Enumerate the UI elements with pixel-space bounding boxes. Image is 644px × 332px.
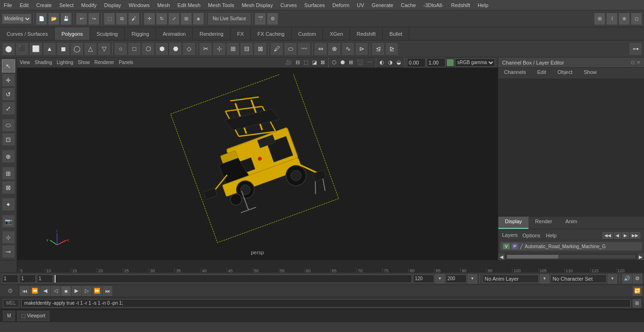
vp-film-gate-btn[interactable]: ⊟	[294, 58, 301, 67]
menu-3dtoall[interactable]: -3DtoAll-	[420, 1, 447, 9]
lasso-tool-btn[interactable]: ⧉	[116, 13, 127, 25]
bottom-btn[interactable]: ⊸	[2, 245, 15, 258]
vp-point-cloud-btn[interactable]: ⋯	[366, 58, 374, 67]
snap-grid-btn[interactable]: ⊞	[594, 13, 605, 25]
tab-curves-surfaces[interactable]: Curves / Surfaces	[0, 27, 55, 40]
layer-playback-btn[interactable]: P	[512, 243, 518, 249]
display-tab-anim[interactable]: Anim	[559, 217, 584, 229]
menu-mesh-tools[interactable]: Mesh Tools	[204, 1, 238, 9]
layer-new-btn[interactable]: ◀◀	[603, 232, 613, 239]
save-scene-btn[interactable]: 💾	[60, 13, 72, 25]
redo-btn[interactable]: ↪	[88, 13, 99, 25]
maya-icon-btn[interactable]: M	[3, 311, 15, 321]
vp-wireframe-on-shade-btn[interactable]: ⊞	[347, 58, 355, 67]
frame-end-input[interactable]	[413, 275, 434, 283]
anim-layer-options-btn[interactable]: ▼	[540, 274, 549, 283]
vp-isolate-btn[interactable]: ◒	[395, 58, 403, 67]
vp-resolution-gate-btn[interactable]: ⬚	[302, 58, 310, 67]
vp-menu-show[interactable]: Show	[78, 60, 90, 65]
channel-tab-edit[interactable]: Edit	[531, 68, 552, 79]
rotate-tool-btn[interactable]: ↻	[156, 13, 167, 25]
select-mode-btn[interactable]: ↖	[2, 59, 15, 73]
snap-mode-btn[interactable]: ⊕	[2, 150, 15, 163]
menu-display[interactable]: Display	[100, 1, 125, 9]
menu-generate[interactable]: Generate	[368, 1, 397, 9]
viewport-task-btn[interactable]: ⬚ Viewport	[17, 311, 50, 321]
vp-menu-renderer[interactable]: Renderer	[94, 60, 114, 65]
menu-mesh-display[interactable]: Mesh Display	[238, 1, 277, 9]
menu-mesh[interactable]: Mesh	[153, 1, 173, 9]
menu-uv[interactable]: UV	[353, 1, 368, 9]
extrude-btn[interactable]: ⬢	[155, 42, 168, 56]
cmd-submit-btn[interactable]: ⊞	[633, 299, 641, 308]
panel-float-btn[interactable]: ⊡	[631, 60, 635, 65]
tab-bullet[interactable]: Bullet	[383, 27, 410, 40]
tab-sculpting[interactable]: Sculpting	[90, 27, 125, 40]
menu-help[interactable]: Help	[474, 1, 492, 9]
cone-btn[interactable]: ▲	[43, 42, 56, 56]
play-reverse-btn[interactable]: ◁	[51, 286, 60, 296]
paint-select-tool-btn[interactable]: 🖊	[270, 42, 283, 56]
scale-mode-btn[interactable]: ⤢	[2, 102, 15, 115]
vp-shadows-btn[interactable]: ◐	[378, 58, 386, 67]
tab-rigging[interactable]: Rigging	[125, 27, 156, 40]
step-fwd-btn[interactable]: ⏩	[92, 286, 102, 296]
frame-start-input[interactable]: 1	[2, 275, 18, 283]
multi-cut-btn[interactable]: ⊹	[213, 42, 226, 56]
snap-curve-btn[interactable]: ⌇	[606, 13, 618, 25]
layer-visibility-btn[interactable]: V	[503, 243, 510, 249]
live-surface-btn[interactable]: No Live Surface	[208, 13, 250, 24]
tab-rendering[interactable]: Rendering	[193, 27, 231, 40]
display-tab-render[interactable]: Render	[528, 217, 559, 229]
new-scene-btn[interactable]: 📄	[36, 13, 47, 25]
pyramid-btn[interactable]: ▽	[98, 42, 111, 56]
audio-btn[interactable]: 🔊	[622, 274, 632, 283]
tab-fx[interactable]: FX	[231, 27, 251, 40]
tab-fx-caching[interactable]: FX Caching	[251, 27, 291, 40]
soft-mod-btn[interactable]: ◈	[193, 13, 204, 25]
vp-field-chart-btn[interactable]: ⊠	[319, 58, 326, 67]
viewport-canvas[interactable]: persp X Y Z	[17, 68, 498, 260]
cylinder-btn[interactable]: ⬜	[29, 42, 42, 56]
crease-tool-btn[interactable]: 〰	[297, 42, 311, 56]
tab-polygons[interactable]: Polygons	[55, 27, 90, 40]
fill-hole-btn[interactable]: ◇	[182, 42, 196, 56]
scale-tool-btn[interactable]: ⤢	[168, 13, 180, 25]
sphere-btn[interactable]: ⬤	[2, 42, 15, 56]
uv-unfold-btn[interactable]: ⊴	[372, 42, 385, 56]
paint-select-btn[interactable]: 🖌	[128, 13, 140, 25]
vp-value2-input[interactable]: 1.00	[427, 58, 446, 67]
vp-bounding-box-btn[interactable]: ⬛	[355, 58, 365, 67]
menu-surfaces[interactable]: Surfaces	[301, 1, 329, 9]
select-tool-btn[interactable]: ⬚	[104, 13, 115, 25]
rotate-mode-btn[interactable]: ↺	[2, 88, 15, 101]
play-btn[interactable]: ▶	[72, 286, 81, 296]
loop-btn[interactable]: 🔁	[633, 286, 642, 296]
frame-current-input[interactable]	[19, 275, 36, 283]
menu-modify[interactable]: Modify	[77, 1, 100, 9]
menu-redshift[interactable]: Redshift	[447, 1, 474, 9]
transform-constraint-btn[interactable]: ⊶	[629, 42, 642, 56]
subdiv-cube-btn[interactable]: □	[128, 42, 141, 56]
cmd-input[interactable]: makeIdentity -apply true -t 1 -r 1 -s 1 …	[21, 299, 631, 308]
soft-select-btn[interactable]: ⬭	[284, 42, 297, 56]
menu-curves[interactable]: Curves	[277, 1, 301, 9]
undo-btn[interactable]: ↩	[76, 13, 87, 25]
layer-back-btn[interactable]: ◀	[614, 232, 621, 239]
connect-btn[interactable]: ⊞	[226, 42, 239, 56]
channel-tab-show[interactable]: Show	[578, 68, 603, 79]
axis-btn[interactable]: ⊹	[2, 231, 15, 244]
prism-btn[interactable]: △	[84, 42, 97, 56]
subdiv-sphere-btn[interactable]: ○	[114, 42, 127, 56]
playback-end-input[interactable]	[446, 275, 467, 283]
display-tab-display[interactable]: Display	[498, 217, 528, 229]
plane-btn[interactable]: ◼	[57, 42, 70, 56]
layers-options-btn[interactable]: Options	[521, 232, 541, 239]
vp-color-mode-btn[interactable]	[446, 59, 454, 66]
workspace-selector[interactable]: Modeling	[2, 14, 32, 24]
tab-redshift[interactable]: Redshift	[350, 27, 383, 40]
menu-windows[interactable]: Windows	[125, 1, 154, 9]
tab-animation[interactable]: Animation	[156, 27, 193, 40]
vp-menu-view[interactable]: View	[20, 60, 30, 65]
gamma-selector[interactable]: sRGB gamma	[455, 58, 495, 67]
